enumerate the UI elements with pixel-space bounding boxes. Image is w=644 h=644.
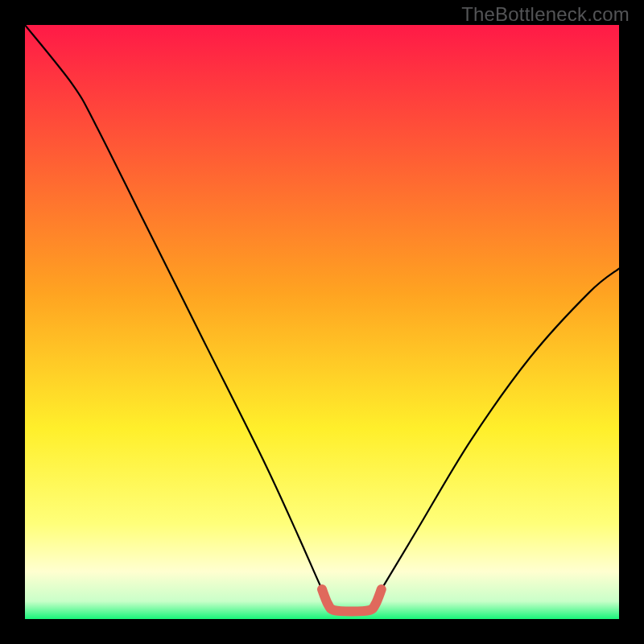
watermark-text: TheBottleneck.com [461,3,630,26]
gradient-background [25,25,619,619]
chart-plot-area [25,25,619,619]
chart-frame: TheBottleneck.com [0,0,644,644]
chart-svg [25,25,619,619]
